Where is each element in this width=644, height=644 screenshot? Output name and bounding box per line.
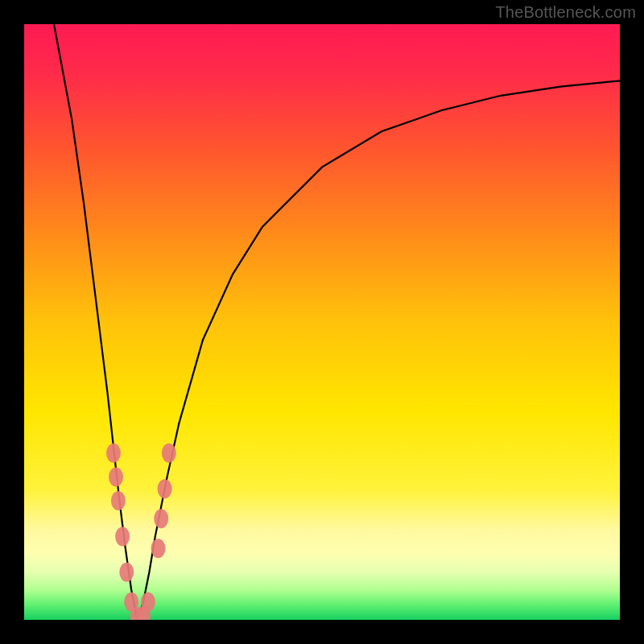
data-marker: [162, 444, 176, 463]
data-marker: [151, 539, 166, 558]
data-marker: [106, 444, 121, 463]
watermark-text: TheBottleneck.com: [495, 3, 636, 22]
chart-frame: TheBottleneck.com: [0, 0, 644, 644]
data-marker: [109, 467, 123, 486]
bottleneck-curve: [54, 24, 620, 620]
data-markers: [106, 444, 176, 620]
data-marker: [115, 526, 130, 546]
data-marker: [154, 509, 168, 528]
curve-layer: [24, 24, 620, 620]
data-marker: [158, 479, 172, 498]
plot-area: [24, 24, 620, 620]
data-marker: [119, 563, 134, 582]
data-marker: [141, 592, 155, 612]
data-marker: [111, 491, 126, 510]
